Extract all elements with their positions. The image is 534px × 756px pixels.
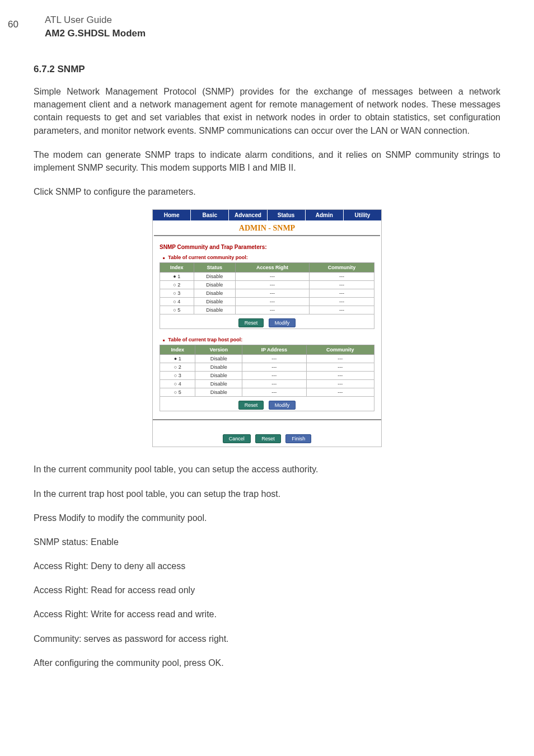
table-row: ○ 2 Disable --- --- <box>160 281 374 289</box>
th-status: Status <box>194 263 235 273</box>
table-row: ○ 3 Disable --- --- <box>160 289 374 298</box>
cell-status: Disable <box>194 306 235 314</box>
paragraph-7: SNMP status: Enable <box>34 536 500 548</box>
table-row: ○ 5 Disable --- --- <box>160 306 374 314</box>
th-version: Version <box>195 345 242 355</box>
cell-comm: --- <box>306 380 374 388</box>
tab-utility[interactable]: Utility <box>344 210 381 220</box>
paragraph-10: Access Right: Write for access read and … <box>34 608 500 621</box>
radio-icon[interactable]: ○ <box>173 299 176 304</box>
radio-icon[interactable]: ○ <box>173 290 176 296</box>
cell-comm: --- <box>310 273 374 281</box>
paragraph-1: Simple Network Management Protocol (SNMP… <box>34 85 500 137</box>
th-access-right: Access Right <box>236 263 310 273</box>
cancel-button[interactable]: Cancel <box>223 434 251 443</box>
cell-comm: --- <box>306 363 374 372</box>
tab-admin[interactable]: Admin <box>306 210 344 220</box>
radio-icon[interactable]: ○ <box>174 381 177 387</box>
finish-button[interactable]: Finish <box>285 434 311 443</box>
th-index: Index <box>160 345 195 355</box>
radio-icon[interactable]: ● <box>173 274 176 279</box>
cell-status: Disable <box>194 273 235 281</box>
reset-button[interactable]: Reset <box>255 434 281 443</box>
th-community: Community <box>306 345 374 355</box>
table-row: ○ 2 Disable --- --- <box>160 363 374 372</box>
cell-ar: --- <box>236 281 310 289</box>
cell-ver: Disable <box>195 363 242 372</box>
cell-comm: --- <box>310 281 374 289</box>
cell-ver: Disable <box>195 372 242 380</box>
tabbar: Home Basic Advanced Status Admin Utility <box>153 210 381 220</box>
paragraph-11: Community: serves as password for access… <box>34 632 500 645</box>
radio-icon[interactable]: ● <box>174 356 177 361</box>
modify-button[interactable]: Modify <box>269 401 296 410</box>
radio-icon[interactable]: ○ <box>174 389 177 395</box>
cell-status: Disable <box>194 289 235 298</box>
cell-idx: 3 <box>179 373 181 378</box>
section-heading: 6.7.2 SNMP <box>34 64 500 75</box>
cell-idx: 2 <box>179 364 181 370</box>
cell-comm: --- <box>310 306 374 314</box>
header-line2: AM2 G.SHDSL Modem <box>45 28 500 39</box>
snmp-subhead: SNMP Community and Trap Parameters: <box>160 244 374 250</box>
cell-comm: --- <box>310 298 374 306</box>
cell-idx: 5 <box>179 389 181 395</box>
radio-icon[interactable]: ○ <box>173 307 176 313</box>
cell-ip: --- <box>242 388 306 397</box>
header-line1: ATL User Guide <box>45 15 500 26</box>
divider <box>153 419 381 420</box>
radio-icon[interactable]: ○ <box>174 364 177 370</box>
paragraph-4: In the current community pool table, you… <box>34 463 500 476</box>
reset-button[interactable]: Reset <box>238 318 264 327</box>
table-row: ○ 4 Disable --- --- <box>160 298 374 306</box>
cell-ar: --- <box>236 306 310 314</box>
cell-ip: --- <box>242 355 306 363</box>
reset-button[interactable]: Reset <box>238 401 264 410</box>
cell-idx: 4 <box>177 299 180 304</box>
paragraph-3: Click SNMP to configure the parameters. <box>34 185 500 198</box>
th-community: Community <box>310 263 374 273</box>
cell-ver: Disable <box>195 388 242 397</box>
cell-comm: --- <box>306 372 374 380</box>
modify-button[interactable]: Modify <box>269 318 296 327</box>
trap-pool-label: Table of current trap host pool: <box>163 337 374 342</box>
cell-ver: Disable <box>195 355 242 363</box>
paragraph-8: Access Right: Deny to deny all access <box>34 560 500 572</box>
cell-idx: 3 <box>177 290 180 296</box>
cell-comm: --- <box>306 388 374 397</box>
page-number: 60 <box>8 19 18 30</box>
table-row: ● 1 Disable --- --- <box>160 273 374 281</box>
th-index: Index <box>160 263 194 273</box>
radio-icon[interactable]: ○ <box>173 282 176 288</box>
cell-ip: --- <box>242 363 306 372</box>
cell-status: Disable <box>194 281 235 289</box>
th-ip: IP Address <box>242 345 306 355</box>
tab-status[interactable]: Status <box>268 210 306 220</box>
admin-snmp-panel: Home Basic Advanced Status Admin Utility… <box>152 209 382 447</box>
paragraph-2: The modem can generate SNMP traps to ind… <box>34 148 500 174</box>
paragraph-9: Access Right: Read for access read only <box>34 584 500 597</box>
paragraph-6: Press Modify to modify the community poo… <box>34 511 500 524</box>
cell-ar: --- <box>236 273 310 281</box>
tab-advanced[interactable]: Advanced <box>229 210 267 220</box>
cell-idx: 5 <box>177 307 180 313</box>
cell-ip: --- <box>242 372 306 380</box>
table-row: ● 1 Disable --- --- <box>160 355 374 363</box>
table-row: ○ 5 Disable --- --- <box>160 388 374 397</box>
cell-idx: 1 <box>177 274 180 279</box>
tab-basic[interactable]: Basic <box>191 210 229 220</box>
admin-title: ADMIN - SNMP <box>154 220 380 236</box>
table-row: ○ 4 Disable --- --- <box>160 380 374 388</box>
radio-icon[interactable]: ○ <box>174 373 177 378</box>
cell-ver: Disable <box>195 380 242 388</box>
cell-idx: 1 <box>179 356 181 361</box>
cell-status: Disable <box>194 298 235 306</box>
trap-button-row: Reset Modify <box>160 397 374 411</box>
bottom-button-row: Cancel Reset Finish <box>153 427 381 447</box>
community-pool-table: Index Status Access Right Community ● 1 … <box>160 262 374 314</box>
cell-ip: --- <box>242 380 306 388</box>
paragraph-5: In the current trap host pool table, you… <box>34 487 500 500</box>
community-pool-label: Table of current community pool: <box>163 255 374 260</box>
tab-home[interactable]: Home <box>153 210 191 220</box>
table-row: ○ 3 Disable --- --- <box>160 372 374 380</box>
